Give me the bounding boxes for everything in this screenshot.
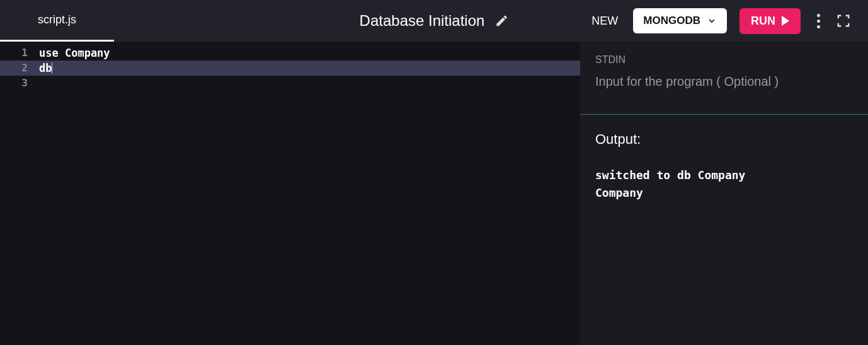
file-tab-label: script.js xyxy=(38,13,76,26)
more-menu-button[interactable] xyxy=(813,10,824,32)
code-editor[interactable]: use Company db xyxy=(35,42,580,345)
new-button[interactable]: NEW xyxy=(589,9,620,33)
output-label: Output: xyxy=(595,131,853,148)
output-text: switched to db Company Company xyxy=(595,167,853,202)
line-number: 3 xyxy=(0,76,28,91)
line-number: 2 xyxy=(0,61,28,76)
run-button[interactable]: RUN xyxy=(740,8,801,34)
chevron-down-icon xyxy=(707,16,717,26)
language-select[interactable]: MONGODB xyxy=(633,8,727,33)
fullscreen-button[interactable] xyxy=(837,14,850,28)
code-line: use Company xyxy=(39,45,580,61)
edit-icon[interactable] xyxy=(494,14,508,28)
code-line xyxy=(39,76,580,91)
new-button-label: NEW xyxy=(591,15,618,27)
main-area: 1 2 3 use Company db STDIN Input for the… xyxy=(0,42,868,345)
code-line: db xyxy=(39,61,580,76)
run-button-label: RUN xyxy=(751,15,775,28)
editor-pane: 1 2 3 use Company db xyxy=(0,42,580,345)
line-number: 1 xyxy=(0,45,28,61)
output-block: Output: switched to db Company Company xyxy=(580,115,868,218)
stdin-input[interactable]: Input for the program ( Optional ) xyxy=(595,74,853,89)
right-controls: NEW MONGODB RUN xyxy=(589,8,868,34)
io-pane: STDIN Input for the program ( Optional )… xyxy=(580,42,868,345)
line-number-gutter: 1 2 3 xyxy=(0,42,35,345)
stdin-label: STDIN xyxy=(595,54,853,66)
play-icon xyxy=(782,16,789,26)
file-tab[interactable]: script.js xyxy=(0,0,114,42)
stdin-block: STDIN Input for the program ( Optional ) xyxy=(580,42,868,114)
title-area: Database Initiation xyxy=(360,12,509,30)
page-title: Database Initiation xyxy=(360,12,485,30)
language-select-label: MONGODB xyxy=(643,15,700,27)
tab-area: script.js xyxy=(0,0,114,42)
text-cursor xyxy=(52,62,52,74)
top-bar: script.js Database Initiation NEW MONGOD… xyxy=(0,0,868,42)
